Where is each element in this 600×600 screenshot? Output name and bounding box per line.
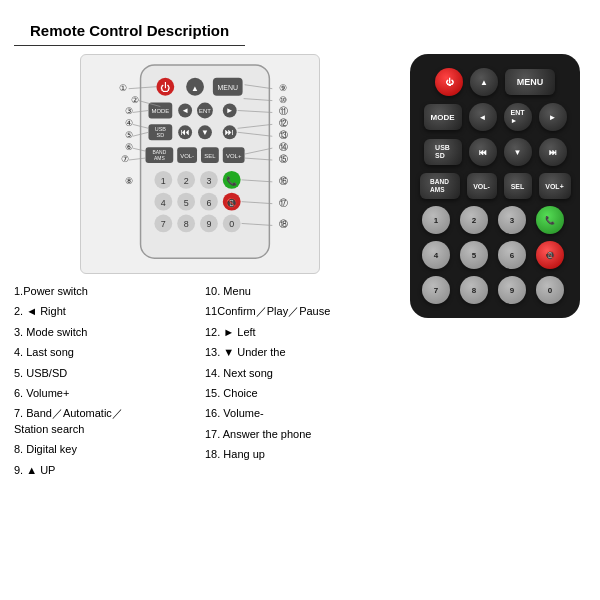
btn-ent-play[interactable]: ENT► bbox=[504, 103, 532, 131]
svg-text:0: 0 bbox=[229, 219, 234, 229]
descriptions-panel: 1.Power switch 2. ◄ Right 3. Mode switch… bbox=[10, 284, 390, 483]
svg-text:⑦: ⑦ bbox=[121, 154, 129, 164]
svg-text:⑯: ⑯ bbox=[279, 176, 288, 186]
remote-row-2: MODE ◄ ENT► ► bbox=[420, 103, 570, 131]
desc-8: 8. Digital key bbox=[14, 442, 195, 457]
desc-13: 13. ▼ Under the bbox=[205, 345, 386, 360]
svg-text:9: 9 bbox=[206, 219, 211, 229]
svg-text:2: 2 bbox=[184, 176, 189, 186]
svg-text:6: 6 bbox=[206, 198, 211, 208]
svg-text:①: ① bbox=[119, 83, 127, 93]
svg-text:ENT: ENT bbox=[199, 108, 211, 114]
desc-16: 16. Volume- bbox=[205, 406, 386, 421]
svg-text:⏭: ⏭ bbox=[225, 127, 234, 137]
svg-text:③: ③ bbox=[125, 106, 133, 116]
svg-text:⏮: ⏮ bbox=[181, 127, 190, 137]
svg-text:⑭: ⑭ bbox=[279, 142, 288, 152]
btn-vol-plus[interactable]: VOL+ bbox=[539, 173, 571, 199]
svg-text:AMS: AMS bbox=[154, 156, 165, 161]
btn-usb-sd[interactable]: USBSD bbox=[424, 139, 462, 165]
btn-left-arrow[interactable]: ◄ bbox=[469, 103, 497, 131]
svg-text:MODE: MODE bbox=[151, 108, 169, 114]
svg-text:⑩: ⑩ bbox=[279, 95, 287, 105]
desc-4: 4. Last song bbox=[14, 345, 195, 360]
btn-1[interactable]: 1 bbox=[422, 206, 450, 234]
desc-18: 18. Hang up bbox=[205, 447, 386, 462]
svg-text:⑮: ⑮ bbox=[279, 154, 288, 164]
svg-text:⑤: ⑤ bbox=[125, 130, 133, 140]
btn-band-ams[interactable]: BANDAMS bbox=[420, 173, 460, 199]
svg-text:1: 1 bbox=[161, 176, 166, 186]
btn-answer[interactable]: 📞 bbox=[536, 206, 564, 234]
svg-text:⑨: ⑨ bbox=[279, 83, 287, 93]
desc-3: 3. Mode switch bbox=[14, 325, 195, 340]
svg-text:⑫: ⑫ bbox=[279, 118, 288, 128]
btn-0[interactable]: 0 bbox=[536, 276, 564, 304]
btn-power[interactable]: ⏻ bbox=[435, 68, 463, 96]
svg-text:BAND: BAND bbox=[153, 150, 167, 155]
btn-4[interactable]: 4 bbox=[422, 241, 450, 269]
desc-11: 11Confirm／Play／Pause bbox=[205, 304, 386, 319]
desc-1: 1.Power switch bbox=[14, 284, 195, 299]
remote-3d: ⏻ ▲ MENU MODE ◄ ENT► ► USBSD ⏮ ▼ ⏭ BANDA… bbox=[410, 54, 580, 318]
desc-17: 17. Answer the phone bbox=[205, 427, 386, 442]
svg-text:📞: 📞 bbox=[226, 175, 238, 187]
btn-vol-minus[interactable]: VOL- bbox=[467, 173, 497, 199]
svg-text:⏻: ⏻ bbox=[160, 82, 170, 93]
svg-text:3: 3 bbox=[206, 176, 211, 186]
btn-hangup[interactable]: 📵 bbox=[536, 241, 564, 269]
desc-9: 9. ▲ UP bbox=[14, 463, 195, 478]
btn-mode[interactable]: MODE bbox=[424, 104, 462, 130]
desc-14: 14. Next song bbox=[205, 366, 386, 381]
desc-6: 6. Volume+ bbox=[14, 386, 195, 401]
svg-text:5: 5 bbox=[184, 198, 189, 208]
svg-text:8: 8 bbox=[184, 219, 189, 229]
svg-text:7: 7 bbox=[161, 219, 166, 229]
svg-text:►: ► bbox=[226, 106, 234, 115]
btn-sel[interactable]: SEL bbox=[504, 173, 532, 199]
btn-prev[interactable]: ⏮ bbox=[469, 138, 497, 166]
desc-12: 12. ► Left bbox=[205, 325, 386, 340]
btn-6[interactable]: 6 bbox=[498, 241, 526, 269]
svg-text:⑱: ⑱ bbox=[279, 219, 288, 229]
svg-text:◄: ◄ bbox=[181, 106, 189, 115]
btn-down[interactable]: ▼ bbox=[504, 138, 532, 166]
remote-row-5: 1 2 3 📞 bbox=[420, 206, 570, 234]
svg-text:SD: SD bbox=[157, 132, 165, 138]
svg-text:▼: ▼ bbox=[201, 128, 209, 137]
desc-2: 2. ◄ Right bbox=[14, 304, 195, 319]
btn-8[interactable]: 8 bbox=[460, 276, 488, 304]
btn-menu[interactable]: MENU bbox=[505, 69, 555, 95]
svg-text:⑥: ⑥ bbox=[125, 142, 133, 152]
btn-9[interactable]: 9 bbox=[498, 276, 526, 304]
svg-text:⑰: ⑰ bbox=[279, 198, 288, 208]
desc-col-2: 10. Menu 11Confirm／Play／Pause 12. ► Left… bbox=[205, 284, 386, 483]
desc-7: 7. Band／Automatic／ Station search bbox=[14, 406, 195, 437]
svg-text:VOL+: VOL+ bbox=[226, 153, 242, 159]
svg-text:▲: ▲ bbox=[191, 84, 199, 93]
btn-2[interactable]: 2 bbox=[460, 206, 488, 234]
remote-row-4: BANDAMS VOL- SEL VOL+ bbox=[420, 173, 570, 199]
btn-5[interactable]: 5 bbox=[460, 241, 488, 269]
btn-3[interactable]: 3 bbox=[498, 206, 526, 234]
svg-text:⑪: ⑪ bbox=[279, 106, 288, 116]
btn-7[interactable]: 7 bbox=[422, 276, 450, 304]
page-title: Remote Control Description bbox=[14, 10, 245, 46]
svg-text:4: 4 bbox=[161, 198, 166, 208]
desc-10: 10. Menu bbox=[205, 284, 386, 299]
btn-up[interactable]: ▲ bbox=[470, 68, 498, 96]
svg-text:MENU: MENU bbox=[218, 84, 238, 91]
btn-next[interactable]: ⏭ bbox=[539, 138, 567, 166]
svg-text:VOL-: VOL- bbox=[180, 153, 194, 159]
btn-right-arrow[interactable]: ► bbox=[539, 103, 567, 131]
remote-3d-panel: ⏻ ▲ MENU MODE ◄ ENT► ► USBSD ⏮ ▼ ⏭ BANDA… bbox=[400, 54, 590, 483]
desc-col-1: 1.Power switch 2. ◄ Right 3. Mode switch… bbox=[14, 284, 195, 483]
remote-row-1: ⏻ ▲ MENU bbox=[420, 68, 570, 96]
left-panel: ⏻ ▲ MENU MODE ◄ ENT ► bbox=[10, 54, 390, 483]
svg-text:②: ② bbox=[131, 95, 139, 105]
remote-row-3: USBSD ⏮ ▼ ⏭ bbox=[420, 138, 570, 166]
svg-text:⑬: ⑬ bbox=[279, 130, 288, 140]
remote-row-7: 7 8 9 0 bbox=[420, 276, 570, 304]
desc-15: 15. Choice bbox=[205, 386, 386, 401]
remote-row-6: 4 5 6 📵 bbox=[420, 241, 570, 269]
